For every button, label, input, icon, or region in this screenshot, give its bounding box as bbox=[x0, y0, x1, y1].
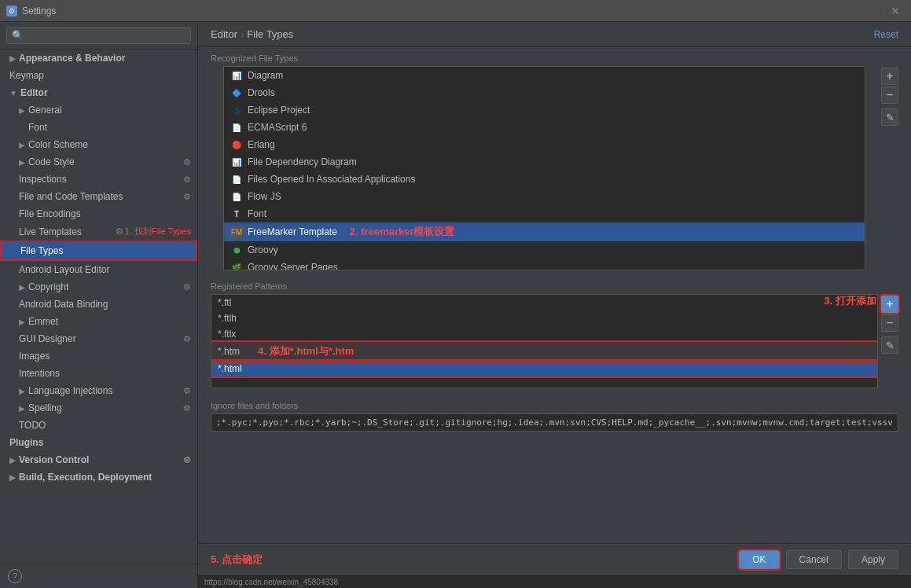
sidebar-item-live-templates[interactable]: Live Templates ⚙ 1. 找到File Types bbox=[0, 222, 197, 241]
close-button[interactable]: ✕ bbox=[886, 3, 905, 19]
file-type-row[interactable]: 📄 Files Opened In Associated Application… bbox=[224, 171, 865, 188]
arrow-icon: ▶ bbox=[19, 106, 25, 115]
file-type-row[interactable]: 📊 Diagram bbox=[224, 67, 865, 84]
breadcrumb-editor: Editor bbox=[211, 28, 237, 40]
arrow-icon: ▶ bbox=[19, 141, 25, 149]
file-type-row[interactable]: 📊 File Dependency Diagram bbox=[224, 153, 865, 171]
file-type-row[interactable]: ⬢ Groovy bbox=[224, 241, 865, 259]
sidebar-item-appearance[interactable]: ▶ Appearance & Behavior bbox=[0, 50, 197, 67]
file-types-list[interactable]: 📊 Diagram 🔷 Drools 🌑 Eclipse Project bbox=[223, 66, 865, 270]
annotation-step4: 4. 添加*.html与*.htm bbox=[258, 345, 354, 357]
sidebar-item-intentions[interactable]: Intentions bbox=[0, 365, 197, 382]
file-type-name: File Dependency Diagram bbox=[248, 156, 357, 167]
sidebar-item-file-types[interactable]: File Types bbox=[0, 241, 197, 261]
arrow-icon: ▶ bbox=[19, 404, 25, 413]
badge-icon: ⚙ bbox=[183, 403, 191, 413]
pattern-row[interactable]: *.ftlh bbox=[211, 311, 877, 326]
sidebar-item-build-execution[interactable]: ▶ Build, Execution, Deployment bbox=[0, 469, 197, 486]
annotation-step2: 2. freemarker模板设置 bbox=[350, 225, 455, 239]
sidebar-item-emmet[interactable]: ▶ Emmet bbox=[0, 313, 197, 330]
breadcrumb-current: File Types bbox=[247, 28, 293, 40]
patterns-list-container: *.ftl *.ftlh *.ftlx *.htm 4. 添加*.html与*.… bbox=[211, 294, 878, 388]
title-bar-left: ⚙ Settings bbox=[6, 6, 56, 17]
sidebar-item-todo[interactable]: TODO bbox=[0, 417, 197, 434]
sidebar-item-file-code-templates[interactable]: File and Code Templates ⚙ bbox=[0, 188, 197, 205]
file-type-name: ECMAScript 6 bbox=[248, 122, 307, 133]
file-type-row[interactable]: 🌑 Eclipse Project bbox=[224, 101, 865, 119]
sidebar-item-label: Intentions bbox=[19, 368, 60, 379]
sidebar-item-label: Font bbox=[28, 122, 47, 133]
file-type-icon: 📄 bbox=[230, 121, 243, 134]
sidebar-item-label: Inspections bbox=[19, 174, 67, 185]
patterns-list[interactable]: *.ftl *.ftlh *.ftlx *.htm 4. 添加*.html与*.… bbox=[211, 294, 878, 388]
add-file-type-button[interactable]: + bbox=[881, 68, 898, 85]
pattern-row-html[interactable]: *.html bbox=[211, 361, 877, 377]
file-type-row[interactable]: 🔴 Erlang bbox=[224, 136, 865, 153]
file-type-row-freemarker[interactable]: FM FreeMarker Template 2. freemarker模板设置 bbox=[224, 222, 865, 241]
sidebar-item-version-control[interactable]: ▶ Version Control ⚙ bbox=[0, 451, 197, 469]
sidebar-item-images[interactable]: Images bbox=[0, 347, 197, 365]
ignore-input[interactable] bbox=[211, 413, 898, 432]
patterns-side-buttons: + − ✎ 3. 打开添加 bbox=[881, 294, 898, 388]
file-type-row[interactable]: 🔷 Drools bbox=[224, 84, 865, 101]
sidebar-scroll[interactable]: ▶ Appearance & Behavior Keymap ▼ Editor … bbox=[0, 50, 197, 564]
badge-icon: ⚙ bbox=[183, 386, 191, 396]
pattern-row-htm[interactable]: *.htm 4. 添加*.html与*.htm bbox=[211, 342, 877, 361]
badge-icon: ⚙ bbox=[183, 157, 191, 167]
pattern-row[interactable]: *.ftl bbox=[211, 295, 877, 311]
sidebar-item-android-data-binding[interactable]: Android Data Binding bbox=[0, 296, 197, 313]
remove-file-type-button[interactable]: − bbox=[881, 86, 898, 104]
sidebar-item-language-injections[interactable]: ▶ Language Injections ⚙ bbox=[0, 382, 197, 399]
sidebar-item-label: Android Layout Editor bbox=[19, 264, 109, 275]
file-type-row[interactable]: 📄 ECMAScript 6 bbox=[224, 119, 865, 136]
search-box bbox=[0, 22, 197, 50]
remove-pattern-button[interactable]: − bbox=[881, 314, 898, 332]
reset-button[interactable]: Reset bbox=[874, 29, 898, 40]
pattern-value: *.ftl bbox=[218, 297, 231, 308]
sidebar: ▶ Appearance & Behavior Keymap ▼ Editor … bbox=[0, 22, 198, 588]
sidebar-item-label: Editor bbox=[20, 87, 48, 98]
file-type-row[interactable]: 🌿 Groovy Server Pages bbox=[224, 259, 865, 270]
file-type-icon: 📊 bbox=[230, 156, 243, 168]
arrow-icon: ▶ bbox=[19, 158, 25, 167]
help-button[interactable]: ? bbox=[8, 569, 22, 583]
ignore-section bbox=[198, 413, 911, 438]
add-pattern-button[interactable]: + bbox=[881, 296, 898, 313]
sidebar-item-label: Android Data Binding bbox=[19, 299, 108, 310]
pattern-row[interactable]: *.ftlx bbox=[211, 326, 877, 342]
arrow-icon: ▶ bbox=[19, 318, 25, 326]
ok-button[interactable]: OK bbox=[739, 550, 779, 569]
sidebar-item-android-layout-editor[interactable]: Android Layout Editor bbox=[0, 261, 197, 278]
file-type-row[interactable]: T Font bbox=[224, 205, 865, 222]
sidebar-item-gui-designer[interactable]: GUI Designer ⚙ bbox=[0, 330, 197, 347]
search-input[interactable] bbox=[6, 27, 191, 44]
patterns-section: *.ftl *.ftlh *.ftlx *.htm 4. 添加*.html与*.… bbox=[211, 294, 898, 388]
file-type-name: Diagram bbox=[248, 70, 283, 81]
sidebar-item-file-encodings[interactable]: File Encodings bbox=[0, 205, 197, 222]
sidebar-item-code-style[interactable]: ▶ Code Style ⚙ bbox=[0, 153, 197, 171]
sidebar-item-inspections[interactable]: Inspections ⚙ bbox=[0, 171, 197, 188]
sidebar-item-label: File and Code Templates bbox=[19, 191, 123, 202]
sidebar-item-color-scheme[interactable]: ▶ Color Scheme bbox=[0, 136, 197, 153]
sidebar-item-plugins[interactable]: Plugins bbox=[0, 434, 197, 451]
sidebar-item-font[interactable]: Font bbox=[0, 119, 197, 136]
sidebar-item-label: Images bbox=[19, 351, 50, 362]
badge-icon: ⚙ bbox=[183, 192, 191, 202]
badge-icon: ⚙ bbox=[183, 334, 191, 344]
sidebar-item-editor[interactable]: ▼ Editor bbox=[0, 84, 197, 101]
file-type-icon: 🔴 bbox=[230, 138, 243, 151]
file-type-icon: ⬢ bbox=[230, 244, 243, 256]
sidebar-item-spelling[interactable]: ▶ Spelling ⚙ bbox=[0, 399, 197, 417]
sidebar-item-copyright[interactable]: ▶ Copyright ⚙ bbox=[0, 278, 197, 296]
file-type-icon: 📄 bbox=[230, 173, 243, 186]
arrow-icon: ▶ bbox=[9, 456, 16, 465]
sidebar-item-keymap[interactable]: Keymap bbox=[0, 67, 197, 84]
badge-icon: ⚙ bbox=[183, 455, 191, 465]
apply-button[interactable]: Apply bbox=[848, 550, 898, 569]
sidebar-item-label: Live Templates bbox=[19, 226, 82, 237]
edit-file-type-button[interactable]: ✎ bbox=[881, 108, 898, 126]
file-type-row[interactable]: 📄 Flow JS bbox=[224, 188, 865, 205]
sidebar-item-general[interactable]: ▶ General bbox=[0, 101, 197, 119]
cancel-button[interactable]: Cancel bbox=[786, 550, 842, 569]
edit-pattern-button[interactable]: ✎ bbox=[881, 336, 898, 354]
